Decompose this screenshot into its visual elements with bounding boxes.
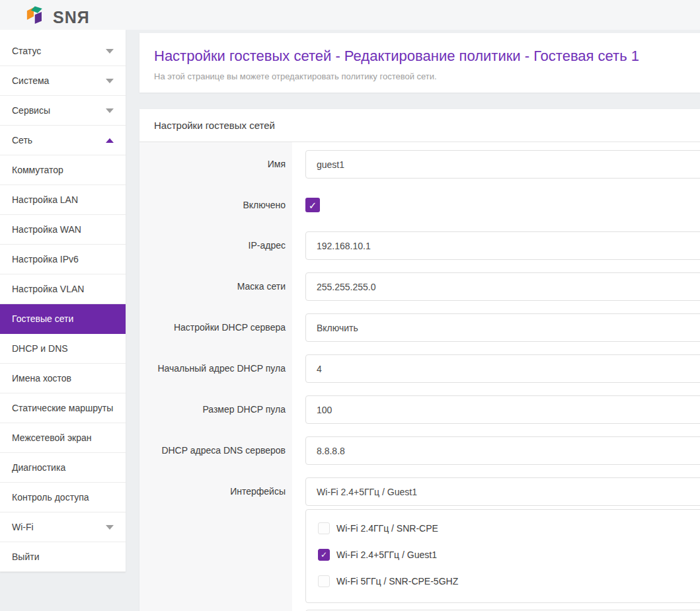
interface-option-snr-cpe[interactable]: Wi-Fi 2.4ГГц / SNR-CPE [318,522,438,534]
sidebar-item-label: Гостевые сети [12,313,73,324]
sidebar-item-wan-settings[interactable]: Настройка WAN [0,215,126,245]
sidebar-nav: Статус Система Сервисы Сеть Коммутатор Н… [0,30,126,572]
sidebar-item-system[interactable]: Система [0,66,126,96]
brand-logo[interactable]: SNЯ [26,5,90,30]
logo-cube-icon [26,5,49,30]
sidebar-item-status[interactable]: Статус [0,36,126,66]
interfaces-selected-value: Wi-Fi 2.4+5ГГц / Guest1 [317,487,417,497]
chevron-down-icon [106,49,114,54]
sidebar-item-label: Статические маршруты [12,403,113,413]
name-field-label: Имя [139,159,286,170]
dhcp-server-field-label: Настройки DHCP сервера [139,322,286,333]
guest-network-form-card: Настройки гостевых сетей Имя guest1 Вклю… [139,109,700,611]
page-title-card: Настройки гостевых сетей - Редактировани… [139,33,700,93]
chevron-down-icon [106,79,114,83]
ip-address-input[interactable]: 192.168.10.1 [305,231,700,260]
sidebar-item-label: Диагностика [12,462,65,473]
dhcp-dns-field-label: DHCP адреса DNS серверов [139,445,286,456]
sidebar-item-ipv6-settings[interactable]: Настройка IPv6 [0,245,126,274]
dhcp-pool-size-value: 100 [317,405,332,415]
enabled-checkbox[interactable] [305,198,320,212]
sidebar-item-services[interactable]: Сервисы [0,96,126,126]
form-section-title: Настройки гостевых сетей [139,109,700,142]
enabled-field-label: Включено [139,200,286,211]
interface-option-label: Wi-Fi 5ГГц / SNR-CPE-5GHZ [336,575,458,587]
checkbox-unchecked-icon[interactable] [318,522,330,534]
dhcp-server-value: Включить [317,323,358,333]
interfaces-field-label: Интерфейсы [139,486,286,497]
interface-option-label: Wi-Fi 2.4ГГц / SNR-CPE [336,522,438,534]
sidebar-item-label: Статус [12,46,41,56]
form-label-column [139,142,292,611]
sidebar-item-label: Система [12,75,49,86]
sidebar-item-label: Настройка WAN [12,224,81,235]
ip-address-value: 192.168.10.1 [317,241,371,251]
sidebar-item-label: Настройка VLAN [12,284,84,294]
dhcp-pool-start-value: 4 [317,364,322,374]
dhcp-pool-start-field-label: Начальный адрес DHCP пула [139,363,286,374]
interfaces-select[interactable]: Wi-Fi 2.4+5ГГц / Guest1 [305,477,700,506]
sidebar-item-label: Контроль доступа [12,492,89,503]
sidebar-item-diagnostics[interactable]: Диагностика [0,453,126,483]
sidebar-item-wifi[interactable]: Wi-Fi [0,512,126,542]
interfaces-options-listbox: Wi-Fi 2.4ГГц / SNR-CPE Wi-Fi 2.4+5ГГц / … [305,509,700,603]
sidebar-item-logout[interactable]: Выйти [0,542,126,572]
name-input[interactable]: guest1 [305,150,700,179]
checkbox-unchecked-icon[interactable] [318,575,330,587]
sidebar-item-label: Имена хостов [12,373,71,384]
netmask-input[interactable]: 255.255.255.0 [305,272,700,301]
netmask-field-label: Маска сети [139,281,286,292]
chevron-down-icon [106,108,114,113]
sidebar-item-label: Выйти [12,551,39,562]
interface-option-guest1[interactable]: Wi-Fi 2.4+5ГГц / Guest1 [318,549,437,561]
netmask-value: 255.255.255.0 [317,282,376,292]
sidebar-item-lan-settings[interactable]: Настройка LAN [0,185,126,215]
sidebar-item-firewall[interactable]: Межсетевой экран [0,423,126,453]
sidebar-item-dhcp-dns[interactable]: DHCP и DNS [0,334,126,364]
dhcp-dns-value: 8.8.8.8 [317,446,345,456]
sidebar-item-label: Настройка IPv6 [12,254,79,265]
sidebar-item-guest-networks[interactable]: Гостевые сети [0,304,126,334]
ip-address-field-label: IP-адрес [139,240,286,251]
chevron-up-icon [106,138,114,143]
chevron-down-icon [106,525,114,530]
sidebar-item-label: Межсетевой экран [12,432,92,443]
sidebar-item-vlan-settings[interactable]: Настройка VLAN [0,274,126,304]
form-body: Имя guest1 Включено IP-адрес 192.168.10.… [139,142,700,611]
sidebar-item-label: Сеть [12,135,32,145]
dhcp-pool-size-field-label: Размер DHCP пула [139,404,286,415]
page-subtitle: На этой странице вы можете отредактирова… [154,71,437,81]
top-header-bar: SNЯ [0,0,700,30]
sidebar-item-label: Коммутатор [12,165,63,175]
checkbox-checked-icon[interactable] [318,549,330,561]
sidebar-item-access-control[interactable]: Контроль доступа [0,483,126,512]
dhcp-pool-start-input[interactable]: 4 [305,354,700,383]
interface-option-label: Wi-Fi 2.4+5ГГц / Guest1 [336,549,437,561]
dhcp-pool-size-input[interactable]: 100 [305,395,700,424]
sidebar-item-static-routes[interactable]: Статические маршруты [0,393,126,423]
sidebar-item-label: Сервисы [12,105,50,116]
interface-option-snr-cpe-5ghz[interactable]: Wi-Fi 5ГГц / SNR-CPE-5GHZ [318,575,458,587]
dhcp-dns-input[interactable]: 8.8.8.8 [305,436,700,465]
logo-text: SNЯ [53,8,90,27]
sidebar-item-hostnames[interactable]: Имена хостов [0,364,126,393]
sidebar-item-network[interactable]: Сеть [0,126,126,155]
page-title: Настройки гостевых сетей - Редактировани… [154,48,639,65]
sidebar-item-switch[interactable]: Коммутатор [0,155,126,185]
sidebar-item-label: DHCP и DNS [12,343,68,354]
sidebar-item-label: Настройка LAN [12,194,78,205]
sidebar-item-label: Wi-Fi [12,522,34,532]
name-input-value: guest1 [317,159,344,170]
dhcp-server-select[interactable]: Включить [305,313,700,342]
